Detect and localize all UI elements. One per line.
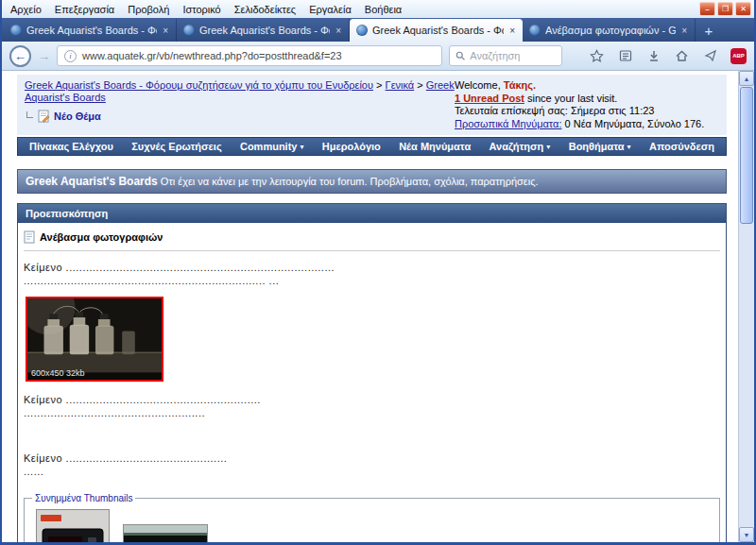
section-title: Greek Aquarist's Boards [26,175,158,188]
post-paragraph: Κείμενο ................................… [24,451,720,478]
welcome-panel: Welcome, Τάκης. 1 Unread Post since your… [455,79,719,130]
forum-page: Greek Aquarist's Boards - Φόρουμ συζητήσ… [2,71,738,542]
unread-post-link[interactable]: 1 Unread Post [455,93,524,104]
url-input[interactable] [82,50,435,61]
menu-bookmarks[interactable]: Σελιδοδείκτες [228,2,302,17]
browser-window: Αρχείο Επεξεργασία Προβολή Ιστορικό Σελι… [0,0,756,545]
menu-help[interactable]: Βοήθεια [358,2,408,17]
breadcrumb-category-link[interactable]: Γενικά [386,79,415,91]
adblock-icon[interactable]: ABP [730,48,747,64]
downloads-icon[interactable] [645,48,662,64]
navbar-item-control-panel[interactable]: Πίνακας Ελέγχου [29,141,113,152]
attachments-legend: Συνημμένα Thumbnails [32,493,135,503]
breadcrumb: Greek Aquarist's Boards - Φόρουμ συζητήσ… [25,79,455,130]
post-paragraph: Κείμενο ................................… [24,393,720,419]
close-button[interactable]: ✕ [735,2,751,16]
menu-bar: Αρχείο Επεξεργασία Προβολή Ιστορικό Σελι… [2,0,754,18]
attachment-thumbnail-aquarium[interactable]: 500x375 44kb [123,524,208,542]
navbar-item-new-posts[interactable]: Νέα Μηνύματα [399,141,471,152]
preview-body: Ανέβασμα φωτογραφιών Κείμενο ...........… [18,223,726,542]
restore-button[interactable]: ❐ [717,2,733,16]
home-icon[interactable] [674,48,690,64]
username-link[interactable]: Τάκης. [504,79,536,91]
attachments-fieldset: Συνημμένα Thumbnails 28.8 [24,493,720,542]
aquarium-photo [124,525,207,542]
menu-edit[interactable]: Επεξεργασία [48,2,121,17]
browser-viewport: Greek Aquarist's Boards - Φόρουμ συζητήσ… [2,71,754,542]
image-size-caption: 600x450 32kb [31,368,85,378]
site-info-icon[interactable]: i [64,50,77,62]
breadcrumb-separator: > [417,79,422,91]
tab-close-icon[interactable]: × [508,26,516,36]
menu-view[interactable]: Προβολή [121,2,176,17]
tab-title: Greek Aquarist's Boards - Φό... [372,25,504,36]
forward-button[interactable]: → [38,49,50,63]
forum-section-header: Greek Aquarist's Boards Οτι έχει να κάνε… [17,169,727,194]
site-favicon-icon [183,25,195,36]
tab-3-active[interactable]: Greek Aquarist's Boards - Φό... × [350,19,523,42]
menu-file[interactable]: Αρχείο [4,2,48,17]
tab-close-icon[interactable]: × [162,26,169,36]
bookmark-star-icon[interactable] [589,48,605,64]
branch-icon [26,111,33,118]
tab-bar: Greek Aquarist's Boards - Φό... × Greek … [2,18,754,42]
preview-header: Προεπισκόπηση [18,204,726,223]
preview-panel: Προεπισκόπηση Ανέβασμα φωτογραφιών Κείμε… [17,203,727,542]
chevron-down-icon: ▾ [546,143,550,151]
menu-history[interactable]: Ιστορικό [176,2,227,17]
minimize-button[interactable]: – [699,2,715,16]
tab-1[interactable]: Greek Aquarist's Boards - Φό... × [4,19,177,42]
site-favicon-icon [356,25,368,36]
scroll-up-button[interactable]: ▲ [739,71,754,86]
tab-title: Greek Aquarist's Boards - Φό... [26,25,157,36]
inline-image[interactable]: 600x450 32kb [26,297,163,382]
navigation-toolbar: ← → i ABP [2,42,754,71]
post-paragraph: Κείμενο ................................… [24,261,720,287]
forum-header-block: Greek Aquarist's Boards - Φόρουμ συζητήσ… [17,75,727,135]
search-icon [455,50,465,61]
tab-title: Ανέβασμα φωτογραφιών - Gr... [545,25,676,36]
toolbar-icons: ABP [589,48,747,64]
navbar-item-quick-links[interactable]: Βοηθήματα▾ [569,141,631,152]
back-button[interactable]: ← [9,45,31,67]
tab-2[interactable]: Greek Aquarist's Boards - Φό... × [177,19,350,42]
new-tab-button[interactable]: + [696,19,722,42]
breadcrumb-separator: > [376,79,382,91]
temperature-controller-photo: 28.8 [37,510,109,542]
welcome-greeting: Welcome, [455,79,501,91]
svg-text:28.8: 28.8 [50,539,82,542]
breadcrumb-root-link[interactable]: Greek Aquarist's Boards - Φόρουμ συζητήσ… [25,79,373,91]
navbar-item-faq[interactable]: Συχνές Ερωτήσεις [131,141,221,152]
search-box[interactable] [449,45,562,66]
site-favicon-icon [10,25,22,36]
chevron-down-icon: ▾ [300,143,303,151]
url-bar[interactable]: i [57,45,442,66]
search-input[interactable] [470,50,556,61]
navbar-item-logout[interactable]: Αποσύνδεση [649,141,714,152]
divider [24,250,720,251]
unread-post-text: since your last visit. [527,93,617,104]
scrollbar-track[interactable] [739,225,754,527]
vertical-scrollbar[interactable]: ▲ ▼ [738,71,754,542]
last-visit-text: Τελευταία επίσκεψή σας: Σήμερα στις 11:2… [455,105,719,118]
reading-list-icon[interactable] [617,48,633,64]
post-icon [24,230,35,244]
navbar-item-community[interactable]: Community▾ [240,141,304,152]
chevron-down-icon: ▾ [627,143,631,151]
tab-close-icon[interactable]: × [680,26,688,36]
share-icon[interactable] [702,48,718,64]
navbar-item-calendar[interactable]: Ημερολόγιο [322,141,381,152]
tab-4[interactable]: Ανέβασμα φωτογραφιών - Gr... × [523,19,696,42]
section-description: Οτι έχει να κάνει με την λειτουργία του … [161,176,539,187]
navbar-item-search[interactable]: Αναζήτηση▾ [490,141,551,152]
attachment-thumbnail-controller[interactable]: 28.8 400x400 14kb [36,509,110,542]
menu-tools[interactable]: Εργαλεία [302,2,358,17]
site-favicon-icon [529,25,541,36]
tab-close-icon[interactable]: × [335,26,342,36]
window-controls: – ❐ ✕ [699,2,752,16]
private-messages-link[interactable]: Προσωπικά Μηνύματα: [455,118,561,129]
tab-title: Greek Aquarist's Boards - Φό... [199,25,330,36]
new-thread-title: Νέο Θέμα [25,110,455,123]
scrollbar-thumb[interactable] [740,87,753,224]
scroll-down-button[interactable]: ▼ [739,527,754,542]
